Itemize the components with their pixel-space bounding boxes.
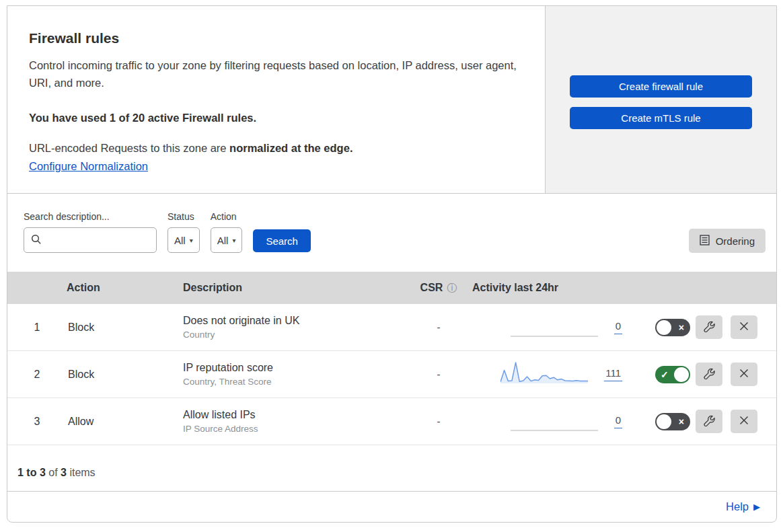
rule-activity: 111 <box>472 360 624 389</box>
wrench-icon <box>704 415 715 428</box>
pagination-summary: 1 to 3 of 3 items <box>7 445 776 491</box>
info-icon[interactable]: ⓘ <box>447 282 457 295</box>
status-dropdown[interactable]: All ▾ <box>168 227 200 253</box>
firewall-rules-page: Firewall rules Control incoming traffic … <box>7 5 777 523</box>
action-dropdown[interactable]: All ▾ <box>211 227 243 253</box>
action-filter-group: Action All ▾ <box>211 211 243 253</box>
table-header: Action Description CSR ⓘ Activity last 2… <box>7 272 776 304</box>
toggle-knob <box>657 320 671 335</box>
rule-description: Allow listed IPs IP Source Address <box>183 409 405 434</box>
edit-rule-button[interactable] <box>696 315 722 339</box>
ordering-button[interactable]: Ordering <box>689 229 766 253</box>
column-header-activity: Activity last 24hr <box>472 282 624 294</box>
check-icon: ✓ <box>661 369 669 379</box>
rule-description: IP reputation score Country, Threat Scor… <box>183 362 405 387</box>
x-icon: × <box>679 322 684 332</box>
create-mtls-rule-button[interactable]: Create mTLS rule <box>570 107 752 129</box>
close-icon <box>739 321 749 333</box>
actions-panel: Create firewall rule Create mTLS rule <box>545 6 776 193</box>
edit-rule-button[interactable] <box>696 410 722 433</box>
table-row: 3 Allow Allow listed IPs IP Source Addre… <box>7 398 776 445</box>
action-label: Action <box>211 211 243 222</box>
rule-priority: 2 <box>34 369 40 381</box>
column-header-action: Action <box>67 282 183 294</box>
rule-activity: 0 <box>472 408 624 436</box>
search-icon <box>31 234 42 248</box>
search-group: Search description... <box>24 211 157 253</box>
chevron-down-icon: ▾ <box>190 237 193 244</box>
firewall-rules-card: Firewall rules Control incoming traffic … <box>7 5 777 523</box>
delete-rule-button[interactable] <box>731 410 757 433</box>
status-filter-group: Status All ▾ <box>168 211 200 253</box>
chevron-down-icon: ▾ <box>232 237 235 244</box>
rule-action: Block <box>67 369 183 381</box>
search-label: Search description... <box>24 211 157 222</box>
create-firewall-rule-button[interactable]: Create firewall rule <box>570 75 752 98</box>
rule-enabled-toggle[interactable]: ✓ × <box>655 413 690 430</box>
rule-priority: 1 <box>34 321 40 334</box>
wrench-icon <box>704 368 715 381</box>
rule-match-fields: IP Source Address <box>183 424 405 434</box>
header-text-block: Firewall rules Control incoming traffic … <box>7 6 545 193</box>
edit-rule-button[interactable] <box>696 363 722 386</box>
rule-enabled-toggle[interactable]: ✓ × <box>655 366 690 383</box>
search-input[interactable] <box>24 227 157 253</box>
table-row: 2 Block IP reputation score Country, Thr… <box>7 351 776 398</box>
rule-csr: - <box>437 369 441 380</box>
rule-csr: - <box>437 321 441 333</box>
activity-count-link[interactable]: 0 <box>614 320 622 334</box>
page-title: Firewall rules <box>29 30 518 46</box>
search-button[interactable]: Search <box>253 229 311 252</box>
activity-count-link[interactable]: 0 <box>614 414 622 428</box>
help-bar: Help ▶ <box>7 491 776 522</box>
close-icon <box>739 416 749 427</box>
status-label: Status <box>168 211 200 222</box>
rule-action: Block <box>67 321 183 334</box>
activity-sparkline <box>511 313 598 342</box>
page-description: Control incoming traffic to your zone by… <box>29 57 518 91</box>
search-box <box>24 227 157 253</box>
filter-bar: Search description... Status All ▾ Actio… <box>7 193 776 272</box>
delete-rule-button[interactable] <box>731 363 757 386</box>
rule-priority: 3 <box>34 416 40 428</box>
delete-rule-button[interactable] <box>731 315 757 339</box>
header-section: Firewall rules Control incoming traffic … <box>7 6 776 193</box>
table-row: 1 Block Does not originate in UK Country… <box>7 304 776 351</box>
toggle-knob <box>674 367 689 382</box>
column-header-description: Description <box>183 282 405 294</box>
activity-sparkline <box>500 360 588 389</box>
wrench-icon <box>704 321 715 334</box>
help-link[interactable]: Help ▶ <box>726 500 760 513</box>
rule-enabled-toggle[interactable]: ✓ × <box>655 319 690 336</box>
arrow-right-icon: ▶ <box>753 502 760 512</box>
activity-sparkline <box>511 408 598 436</box>
configure-normalization-link[interactable]: Configure Normalization <box>29 160 148 173</box>
rule-match-fields: Country <box>183 330 405 340</box>
activity-count-link[interactable]: 111 <box>604 367 622 381</box>
list-document-icon <box>700 235 710 248</box>
close-icon <box>739 369 749 380</box>
rule-match-fields: Country, Threat Score <box>183 377 405 387</box>
rule-description: Does not originate in UK Country <box>183 315 405 340</box>
column-header-csr: CSR ⓘ <box>420 282 457 295</box>
rule-csr: - <box>437 416 441 427</box>
rule-action: Allow <box>67 416 183 428</box>
toggle-knob <box>657 414 671 429</box>
normalization-note: URL-encoded Requests to this zone are no… <box>29 142 518 155</box>
x-icon: × <box>679 416 684 426</box>
rule-activity: 0 <box>472 313 624 342</box>
usage-note: You have used 1 of 20 active Firewall ru… <box>29 112 518 124</box>
